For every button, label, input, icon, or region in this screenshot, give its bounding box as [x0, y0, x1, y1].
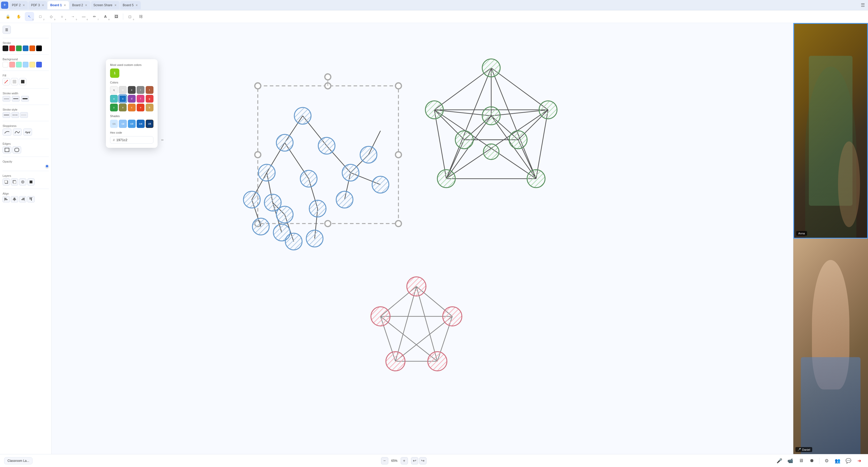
shade-2[interactable]: ◇2 [119, 120, 127, 128]
tab-pdf3[interactable]: PDF 3 × [28, 1, 47, 9]
color-d[interactable]: d [128, 95, 135, 103]
shape-tool[interactable]: □ 2 [36, 12, 45, 21]
tab-screenshare[interactable]: Screen Share × [91, 1, 120, 9]
hand-tool[interactable]: ✋ [14, 12, 23, 21]
pen-tool[interactable]: ✏ 7 [90, 12, 99, 21]
leave-button[interactable]: ➜ [855, 456, 864, 465]
handle-bm[interactable] [325, 221, 331, 227]
align-top-btn[interactable] [27, 196, 35, 202]
bg-color-pink[interactable] [9, 62, 15, 67]
color-g[interactable]: g [146, 95, 153, 103]
color-z[interactable]: z [110, 104, 118, 111]
layer-back-btn[interactable] [11, 178, 18, 185]
color-b[interactable]: b [146, 104, 153, 111]
color-a[interactable]: a [110, 95, 118, 103]
shade-5-active[interactable]: ◇5 [146, 120, 153, 128]
shade-3[interactable]: ◇3 [128, 120, 135, 128]
layer-delete-btn[interactable] [27, 178, 35, 185]
sidebar-menu-button[interactable]: ☰ [3, 26, 11, 34]
color-q[interactable]: q [110, 86, 118, 94]
align-center-btn[interactable] [11, 196, 18, 202]
opacity-slider[interactable] [3, 166, 49, 167]
stroke-color-green[interactable] [16, 46, 22, 51]
circle-tool[interactable]: ○ 4 [57, 12, 67, 21]
close-tab-board5[interactable]: × [135, 3, 138, 7]
layer-group-btn[interactable] [19, 178, 26, 185]
tab-board2[interactable]: Board 2 × [69, 1, 90, 9]
undo-button[interactable]: ↩ [411, 457, 418, 464]
stroke-color-dark[interactable] [36, 46, 42, 51]
align-right-btn[interactable] [19, 196, 26, 202]
bg-color-blue[interactable] [36, 62, 42, 67]
sloppy-medium-btn[interactable] [13, 128, 22, 136]
stroke-thick-btn[interactable] [21, 96, 29, 101]
shade-4[interactable]: ◇4 [137, 120, 145, 128]
line-tool[interactable]: — 6 [79, 12, 88, 21]
select-tool[interactable]: ↖ 1 [25, 12, 34, 21]
camera-button[interactable]: 📹 [785, 456, 795, 465]
arrow-tool[interactable]: → 5 [68, 12, 78, 21]
stroke-dotted-btn[interactable] [20, 112, 28, 118]
stroke-solid-btn[interactable] [3, 112, 10, 118]
handle-br[interactable] [396, 221, 401, 227]
stroke-color-orange[interactable] [29, 46, 35, 51]
zoom-out-button[interactable]: − [381, 457, 388, 464]
chat-button[interactable]: 💬 [844, 456, 853, 465]
color-r[interactable]: r [137, 86, 145, 94]
image-tool[interactable]: 🖼 [112, 12, 121, 21]
color-t[interactable]: t [146, 86, 153, 94]
settings-button[interactable]: ⚙ [822, 456, 831, 465]
fill-none-btn[interactable] [3, 78, 10, 85]
bg-color-mint[interactable] [16, 62, 22, 67]
hex-edit-button[interactable]: ✏ [161, 138, 164, 142]
diamond-tool[interactable]: ◇ 3 [46, 12, 56, 21]
canvas-area[interactable]: Most used custom colors 1 Colors q w e r… [52, 23, 793, 454]
color-e[interactable]: e [128, 86, 135, 94]
sloppy-chaotic-btn[interactable] [23, 128, 32, 136]
close-tab-pdf3[interactable]: × [41, 3, 44, 7]
align-left-btn[interactable] [3, 196, 10, 202]
stroke-dashed-btn[interactable] [11, 112, 19, 118]
fill-solid-btn[interactable] [19, 78, 26, 85]
close-tab-pdf2[interactable]: × [22, 3, 25, 7]
screen-share-button[interactable]: 🖥 [797, 456, 806, 465]
canvas-svg[interactable] [52, 23, 793, 454]
close-tab-screenshare[interactable]: × [114, 3, 117, 7]
tab-board1[interactable]: Board 1 × [48, 1, 69, 9]
close-tab-board2[interactable]: × [85, 3, 88, 7]
shade-1[interactable]: ◇1 [110, 120, 118, 128]
more-tabs-button[interactable]: ☰ [859, 2, 867, 8]
handle-mr[interactable] [396, 152, 401, 158]
color-f[interactable]: f [137, 95, 145, 103]
bg-color-lightblue[interactable] [23, 62, 28, 67]
text-tool[interactable]: A 8 [101, 12, 110, 21]
redo-button[interactable]: ↪ [419, 457, 427, 464]
participants-button[interactable]: 👥 [833, 456, 842, 465]
record-button[interactable]: ⏺ [807, 456, 816, 465]
tab-board5[interactable]: Board 5 × [120, 1, 141, 9]
stroke-thin-btn[interactable] [3, 96, 10, 101]
handle-tr[interactable] [396, 83, 401, 89]
handle-tl[interactable] [255, 83, 261, 89]
stroke-color-red[interactable] [9, 46, 15, 51]
rotation-handle[interactable] [325, 74, 331, 80]
link-tool[interactable]: ⛓ [136, 12, 146, 21]
custom-color-1[interactable]: 1 [110, 68, 119, 78]
color-v[interactable]: v [137, 104, 145, 111]
close-tab-board1[interactable]: × [63, 3, 66, 7]
lock-tool[interactable]: 🔒 [3, 12, 12, 21]
color-s-active[interactable]: s [119, 95, 127, 103]
handle-ml[interactable] [255, 152, 261, 158]
sloppy-straight-btn[interactable] [3, 128, 11, 136]
bg-color-yellow[interactable] [29, 62, 35, 67]
fill-hatch-btn[interactable] [11, 78, 18, 85]
add-tab-button[interactable]: + [1, 2, 8, 9]
color-x[interactable]: x [119, 104, 127, 111]
hex-input[interactable] [116, 138, 160, 142]
zoom-in-button[interactable]: + [401, 457, 408, 464]
bg-color-white[interactable] [3, 62, 8, 67]
stroke-medium-btn[interactable] [12, 96, 20, 101]
tab-pdf2[interactable]: PDF 2 × [9, 1, 28, 9]
edge-round-btn[interactable] [12, 146, 21, 153]
stroke-color-black[interactable] [3, 46, 8, 51]
